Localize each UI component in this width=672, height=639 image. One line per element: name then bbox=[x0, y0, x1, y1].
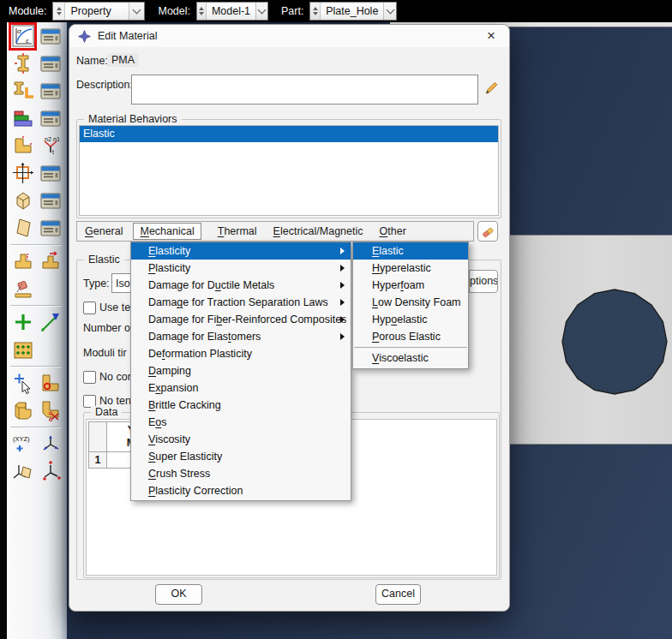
svg-text:n2: n2 bbox=[45, 136, 51, 142]
menu-item-crush-stress[interactable]: Crush Stress bbox=[131, 465, 351, 482]
skin-manager-icon[interactable] bbox=[39, 217, 62, 240]
description-label: Description: bbox=[76, 79, 133, 91]
module-combo[interactable]: Property bbox=[52, 2, 145, 21]
create-section-icon[interactable] bbox=[11, 52, 34, 75]
menu-electrical-magnetic[interactable]: Electrical/Magnetic bbox=[273, 225, 363, 237]
spinner-icon[interactable] bbox=[53, 3, 65, 20]
solid-manager-icon[interactable] bbox=[39, 189, 62, 212]
menu-item-deformation-plasticity[interactable]: Deformation Plasticity bbox=[131, 345, 351, 362]
plate-hole-circle bbox=[559, 286, 670, 397]
section-manager-icon[interactable] bbox=[39, 52, 62, 75]
edit-description-button[interactable] bbox=[482, 78, 501, 97]
menu-item-damage-for-traction-separation-laws[interactable]: Damage for Traction Separation Laws bbox=[131, 294, 351, 311]
assign-section-icon[interactable] bbox=[11, 80, 34, 103]
close-icon[interactable]: × bbox=[482, 27, 501, 45]
part-combo[interactable]: Plate_Hole bbox=[309, 2, 397, 21]
partition-tool-icon[interactable] bbox=[11, 399, 34, 422]
material-behaviors-list: Elastic bbox=[79, 125, 499, 216]
beam-tangent-directions-icon[interactable]: n2n1t bbox=[39, 134, 62, 158]
submenu-item-elastic[interactable]: Elastic bbox=[353, 242, 468, 260]
edit-stringer-icon[interactable] bbox=[39, 250, 62, 273]
menu-general[interactable]: General bbox=[85, 225, 123, 237]
dialog-titlebar[interactable]: Edit Material × bbox=[69, 25, 509, 47]
data-group-label: Data bbox=[91, 406, 122, 418]
section-assignment-manager-icon[interactable] bbox=[39, 80, 62, 103]
orientation-manager-icon[interactable] bbox=[39, 162, 62, 185]
menu-item-expansion[interactable]: Expansion bbox=[131, 379, 351, 397]
submenu-item-hypoelastic[interactable]: Hypoelastic bbox=[353, 311, 468, 328]
material-manager-icon[interactable] bbox=[39, 25, 62, 48]
submenu-arrow-icon bbox=[340, 248, 345, 254]
assign-beam-orientation-icon[interactable] bbox=[11, 134, 34, 158]
create-composite-layup-icon[interactable] bbox=[11, 107, 34, 130]
menu-item-viscosity[interactable]: Viscosity bbox=[131, 431, 351, 448]
spinner-icon[interactable] bbox=[197, 3, 207, 20]
eraser-icon bbox=[481, 224, 495, 239]
assign-material-orientation-icon[interactable] bbox=[11, 162, 34, 185]
menu-item-eos[interactable]: Eos bbox=[131, 414, 351, 431]
menu-item-super-elasticity[interactable]: Super Elasticity bbox=[131, 448, 351, 465]
create-vertex-pattern-icon[interactable] bbox=[11, 338, 34, 361]
create-material-icon[interactable]: σε bbox=[11, 25, 34, 48]
create-round-hole-icon[interactable] bbox=[39, 372, 62, 395]
no-compression-label: No cor bbox=[99, 371, 131, 383]
menu-item-elasticity[interactable]: Elasticity bbox=[131, 242, 351, 260]
context-label: Part: bbox=[281, 5, 303, 17]
edit-csys-icon[interactable] bbox=[39, 460, 62, 483]
delete-feature-icon[interactable] bbox=[11, 278, 34, 301]
submenu-item-porous-elastic[interactable]: Porous Elastic bbox=[353, 328, 468, 345]
behavior-item-elastic[interactable]: Elastic bbox=[80, 126, 498, 142]
create-datum-csys-icon[interactable] bbox=[39, 433, 62, 456]
add-feature-icon[interactable] bbox=[11, 311, 34, 334]
chevron-down-icon[interactable] bbox=[129, 3, 144, 20]
composite-layup-manager-icon[interactable] bbox=[39, 107, 62, 130]
create-point-xyz-icon[interactable]: (XYZ) bbox=[11, 433, 34, 456]
suboptions-button-fragment[interactable]: ptions bbox=[469, 270, 498, 293]
menu-item-damping[interactable]: Damping bbox=[131, 362, 351, 379]
create-datum-axis-icon[interactable] bbox=[39, 311, 62, 334]
create-stringer-icon[interactable] bbox=[11, 250, 34, 273]
create-datum-plane-icon[interactable] bbox=[11, 460, 34, 483]
spinner-icon[interactable] bbox=[310, 3, 321, 20]
cancel-button[interactable]: Cancel bbox=[375, 584, 421, 605]
description-input[interactable] bbox=[131, 75, 478, 105]
submenu-item-low-density-foam[interactable]: Low Density Foam bbox=[353, 294, 468, 311]
table-corner-cell bbox=[88, 421, 107, 452]
chevron-down-icon[interactable] bbox=[383, 3, 396, 20]
chevron-down-icon[interactable] bbox=[255, 3, 267, 20]
submenu-arrow-icon bbox=[340, 299, 345, 306]
svg-text:(XYZ): (XYZ) bbox=[13, 435, 30, 443]
material-behaviors-label: Material Behaviors bbox=[84, 113, 182, 125]
menu-mechanical[interactable]: Mechanical bbox=[133, 223, 201, 240]
menu-thermal[interactable]: Thermal bbox=[218, 225, 257, 237]
pencil-icon bbox=[483, 80, 500, 96]
left-edge-strip bbox=[0, 22, 7, 639]
svg-text:t: t bbox=[52, 149, 54, 155]
submenu-item-viscoelastic[interactable]: Viscoelastic bbox=[353, 349, 468, 367]
submenu-item-hyperelastic[interactable]: Hyperelastic bbox=[353, 260, 468, 277]
submenu-item-hyperfoam[interactable]: Hyperfoam bbox=[353, 277, 468, 294]
elastic-group-label: Elastic bbox=[84, 254, 124, 266]
create-skin-icon[interactable] bbox=[11, 217, 34, 240]
create-solid-icon[interactable] bbox=[11, 189, 34, 212]
menu-item-plasticity-correction[interactable]: Plasticity Correction bbox=[131, 482, 351, 499]
context-label: Module: bbox=[9, 5, 46, 17]
cut-tool-icon[interactable] bbox=[39, 399, 62, 422]
menu-item-damage-for-elastomers[interactable]: Damage for Elastomers bbox=[131, 328, 351, 345]
menu-separator bbox=[354, 347, 467, 348]
dialog-title: Edit Material bbox=[98, 30, 157, 42]
menu-item-plasticity[interactable]: Plasticity bbox=[131, 260, 351, 277]
use-temperature-checkbox[interactable] bbox=[83, 302, 96, 314]
model-combo[interactable]: Model-1 bbox=[196, 2, 268, 21]
menu-item-brittle-cracking[interactable]: Brittle Cracking bbox=[131, 397, 351, 414]
delete-behavior-button[interactable] bbox=[477, 221, 498, 242]
menu-other[interactable]: Other bbox=[380, 225, 406, 237]
menu-item-damage-for-fiber-reinforced-composites[interactable]: Damage for Fiber-Reinforced Composites bbox=[131, 311, 351, 328]
table-row-number: 1 bbox=[88, 451, 107, 469]
toolbox-divider bbox=[10, 366, 62, 367]
select-tool-icon[interactable] bbox=[11, 372, 34, 395]
ok-button[interactable]: OK bbox=[155, 584, 202, 605]
no-compression-checkbox[interactable] bbox=[83, 371, 96, 384]
menu-item-damage-for-ductile-metals[interactable]: Damage for Ductile Metals bbox=[131, 277, 351, 294]
svg-text:ε: ε bbox=[26, 37, 29, 45]
